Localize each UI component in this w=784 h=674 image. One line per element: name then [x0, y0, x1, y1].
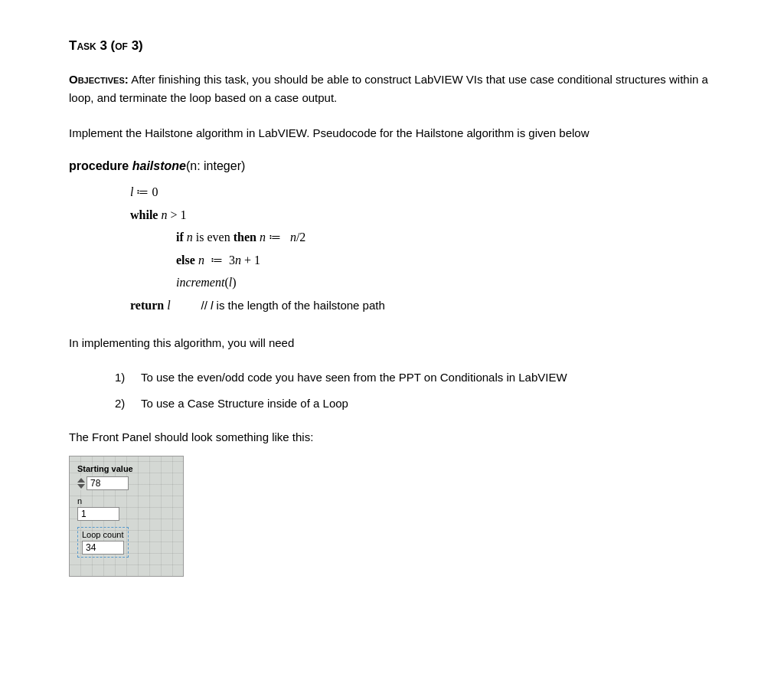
proc-name: hailstone [132, 159, 186, 172]
panel-up-arrow[interactable] [77, 478, 85, 483]
panel-loop-count-wrapper: Loop count 34 [77, 527, 129, 558]
panel-starting-value-input: 78 [77, 476, 175, 490]
implementing-text: In implementing this algorithm, you will… [69, 334, 715, 352]
panel-starting-value-label: Starting value [77, 464, 175, 473]
pseudo-line4: else n ≔ 3n + 1 [130, 249, 715, 272]
intro-text: Implement the Hailstone algorithm in Lab… [69, 124, 715, 142]
proc-params: (n: integer) [186, 159, 245, 172]
pseudo-line2: while n > 1 [130, 204, 715, 227]
panel-starting-value-field[interactable]: 78 [87, 476, 129, 490]
panel-loop-count-label: Loop count [82, 530, 124, 539]
objectives-text: After finishing this task, you should be… [69, 73, 708, 104]
procedure-header: procedure hailstone(n: integer) [69, 159, 715, 173]
panel-loop-count-field[interactable]: 34 [82, 541, 124, 555]
panel-n-field[interactable]: 1 [77, 507, 119, 521]
list-item-1: 1) To use the even/odd code you have see… [115, 366, 715, 389]
task-title: Task 3 (of 3) [69, 38, 715, 54]
proc-keyword: procedure [69, 159, 129, 172]
panel-image: Starting value 78 n 1 Loop count 34 [69, 456, 184, 577]
pseudo-line6: return l // l is the length of the hails… [130, 294, 715, 317]
pseudo-line3: if n is even then n ≔ n/2 [130, 226, 715, 249]
pseudo-line5: increment(l) [130, 271, 715, 294]
pseudo-line1: l ≔ 0 [130, 181, 715, 204]
objectives-label: Objectives: [69, 73, 129, 86]
procedure-block: procedure hailstone(n: integer) l ≔ 0 wh… [69, 159, 715, 317]
panel-starting-value-section: Starting value 78 [77, 464, 175, 490]
front-panel-text: The Front Panel should look something li… [69, 430, 715, 443]
panel-down-arrow[interactable] [77, 484, 85, 489]
panel-n-label: n [77, 496, 175, 506]
panel-n-section: n 1 [77, 496, 175, 521]
objectives-block: Objectives: After finishing this task, y… [69, 70, 715, 107]
pseudocode-block: l ≔ 0 while n > 1 if n is even then n ≔ … [69, 181, 715, 317]
list-item-2: 2) To use a Case Structure inside of a L… [115, 392, 715, 415]
numbered-list: 1) To use the even/odd code you have see… [69, 366, 715, 415]
panel-loop-count-section: Loop count 34 [77, 527, 175, 558]
